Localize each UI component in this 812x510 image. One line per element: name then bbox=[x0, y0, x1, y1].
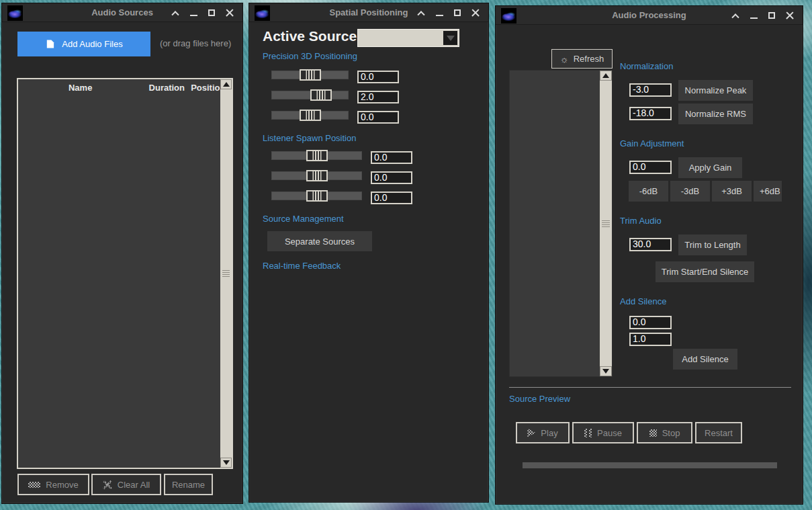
remove-icon bbox=[28, 482, 40, 488]
precision-y-input[interactable]: 2.0 bbox=[357, 91, 399, 103]
scrollbar-thumb[interactable] bbox=[220, 89, 232, 458]
listener-x-thumb[interactable] bbox=[306, 150, 328, 161]
triangle-up-icon bbox=[223, 82, 230, 87]
processing-sources-listbox[interactable] bbox=[509, 70, 613, 377]
listener-z-input[interactable]: 0.0 bbox=[371, 192, 412, 204]
apply-gain-button[interactable]: Apply Gain bbox=[678, 157, 742, 178]
listener-y-thumb[interactable] bbox=[306, 170, 328, 181]
stop-icon bbox=[649, 429, 657, 437]
pause-icon bbox=[584, 429, 592, 437]
precision-z-input[interactable]: 0.0 bbox=[357, 111, 399, 124]
gain-minus-6db-label: -6dB bbox=[639, 186, 658, 196]
maximize-button[interactable] bbox=[206, 7, 218, 19]
listener-x-input[interactable]: 0.0 bbox=[371, 151, 412, 164]
section-divider bbox=[509, 387, 791, 388]
minimize-icon bbox=[190, 15, 197, 16]
preview-progress-bar[interactable] bbox=[523, 462, 777, 468]
listener-z-thumb[interactable] bbox=[306, 190, 328, 202]
sources-table[interactable]: Name Duration Position bbox=[17, 78, 233, 469]
scroll-down-button[interactable] bbox=[220, 458, 232, 468]
gain-minus-6db-button[interactable]: -6dB bbox=[629, 181, 668, 202]
heading-listener-spawn: Listener Spawn Position bbox=[263, 133, 356, 143]
silence-duration-input[interactable]: 1.0 bbox=[629, 333, 672, 346]
table-header-row: Name Duration Position bbox=[18, 79, 220, 95]
peak-level-input[interactable]: -3.0 bbox=[629, 83, 672, 97]
maximize-button[interactable] bbox=[766, 9, 778, 22]
remove-label: Remove bbox=[46, 480, 78, 490]
precision-x-input[interactable]: 0.0 bbox=[357, 71, 399, 83]
clear-all-button[interactable]: Clear All bbox=[91, 474, 161, 495]
column-header-duration[interactable]: Duration bbox=[142, 83, 191, 93]
column-header-position[interactable]: Position bbox=[191, 83, 220, 93]
trim-to-length-button[interactable]: Trim to Length bbox=[678, 235, 747, 255]
remove-button[interactable]: Remove bbox=[17, 474, 89, 495]
separate-sources-button[interactable]: Separate Sources bbox=[267, 231, 372, 251]
scroll-down-button[interactable] bbox=[600, 366, 612, 376]
rename-button[interactable]: Rename bbox=[164, 474, 213, 495]
close-button[interactable] bbox=[224, 7, 236, 19]
titlebar-spatial[interactable]: Spatial Positioning bbox=[249, 3, 488, 22]
gain-minus-3db-label: -3dB bbox=[681, 186, 699, 196]
close-button[interactable] bbox=[469, 7, 482, 19]
add-audio-files-label: Add Audio Files bbox=[62, 39, 122, 49]
minimize-button[interactable] bbox=[187, 7, 199, 19]
add-audio-files-button[interactable]: Add Audio Files bbox=[17, 32, 150, 56]
gain-plus-6db-button[interactable]: +6dB bbox=[754, 181, 782, 202]
listener-y-input[interactable]: 0.0 bbox=[371, 171, 412, 184]
precision-z-thumb[interactable] bbox=[300, 110, 321, 121]
stop-button[interactable]: Stop bbox=[637, 422, 692, 443]
window-audio-sources: Audio Sources Add Audio Files (or drag f… bbox=[1, 3, 243, 504]
shade-button[interactable] bbox=[169, 7, 181, 19]
window-spatial-positioning: Spatial Positioning Active Source: Preci… bbox=[249, 3, 489, 503]
play-button[interactable]: Play bbox=[516, 422, 570, 443]
minimize-button[interactable] bbox=[748, 9, 760, 22]
listbox-scrollbar[interactable] bbox=[600, 71, 612, 376]
table-scrollbar[interactable] bbox=[220, 79, 232, 468]
titlebar-processing[interactable]: Audio Processing bbox=[496, 6, 803, 25]
silence-position-input[interactable]: 0.0 bbox=[629, 316, 672, 329]
close-icon bbox=[786, 11, 794, 19]
pause-label: Pause bbox=[597, 428, 622, 438]
maximize-button[interactable] bbox=[451, 7, 463, 19]
precision-y-thumb[interactable] bbox=[310, 89, 332, 101]
rms-level-input[interactable]: -18.0 bbox=[629, 107, 672, 120]
precision-y-slider[interactable] bbox=[271, 91, 349, 99]
add-silence-button[interactable]: Add Silence bbox=[673, 349, 737, 370]
column-header-name[interactable]: Name bbox=[18, 83, 142, 93]
scrollbar-grip bbox=[602, 220, 610, 227]
normalize-peak-button[interactable]: Normalize Peak bbox=[678, 80, 753, 101]
refresh-icon: ☼ bbox=[560, 54, 569, 64]
minimize-button[interactable] bbox=[433, 7, 445, 19]
dropdown-arrow-button[interactable] bbox=[443, 31, 457, 45]
gain-plus-3db-button[interactable]: +3dB bbox=[712, 181, 752, 202]
normalize-rms-button[interactable]: Normalize RMS bbox=[678, 103, 753, 124]
restart-button[interactable]: Restart bbox=[695, 422, 742, 443]
shade-button[interactable] bbox=[415, 7, 427, 19]
precision-z-slider[interactable] bbox=[271, 111, 349, 120]
refresh-button[interactable]: ☼ Refresh bbox=[551, 49, 613, 69]
play-label: Play bbox=[541, 428, 557, 438]
triangle-down-icon bbox=[223, 460, 230, 465]
listener-z-slider[interactable] bbox=[271, 192, 362, 200]
listener-y-slider[interactable] bbox=[271, 171, 362, 180]
scroll-up-button[interactable] bbox=[220, 79, 232, 89]
heading-source-preview: Source Preview bbox=[509, 394, 570, 404]
listener-x-slider[interactable] bbox=[271, 151, 362, 160]
shade-button[interactable] bbox=[729, 9, 741, 22]
active-source-dropdown[interactable] bbox=[357, 29, 459, 47]
scroll-up-button[interactable] bbox=[600, 71, 612, 81]
close-button[interactable] bbox=[784, 9, 796, 22]
trim-silence-button[interactable]: Trim Start/End Silence bbox=[656, 261, 754, 282]
clear-all-icon bbox=[103, 480, 112, 489]
scrollbar-thumb[interactable] bbox=[600, 81, 612, 366]
gain-input[interactable]: 0.0 bbox=[629, 161, 672, 174]
pause-button[interactable]: Pause bbox=[572, 422, 634, 443]
precision-x-thumb[interactable] bbox=[300, 69, 321, 81]
heading-trim-audio: Trim Audio bbox=[620, 216, 662, 226]
trim-length-input[interactable]: 30.0 bbox=[629, 238, 672, 251]
titlebar-audio-sources[interactable]: Audio Sources bbox=[2, 3, 242, 22]
precision-x-slider[interactable] bbox=[271, 71, 349, 79]
active-source-label: Active Source: bbox=[263, 28, 361, 44]
gain-minus-3db-button[interactable]: -3dB bbox=[670, 181, 710, 202]
apply-gain-label: Apply Gain bbox=[689, 163, 732, 173]
